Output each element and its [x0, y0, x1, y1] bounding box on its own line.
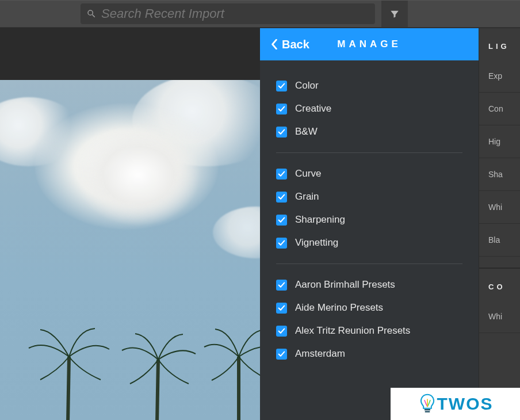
preset-group: Aaron Brimhall Presets Aide Merino Prese… [276, 270, 462, 369]
manage-panel-header: Back MANAGE [260, 28, 479, 60]
check-icon [278, 327, 285, 335]
funnel-icon [389, 9, 400, 19]
edit-sidebar: LIG Exp Con Hig Sha Whi Bla CO Whi [479, 28, 520, 420]
checkbox-label: Color [295, 80, 319, 91]
watermark-badge: TWOS [391, 388, 520, 420]
preset-checkbox-row[interactable]: B&W [276, 120, 462, 143]
check-icon [278, 105, 285, 113]
check-icon [278, 239, 285, 247]
checkbox-checked[interactable] [276, 215, 287, 226]
svg-line-1 [157, 360, 158, 420]
slider-row[interactable]: Whi [479, 300, 520, 333]
check-icon [278, 216, 285, 224]
preset-checkbox-row[interactable]: Vignetting [276, 231, 462, 254]
main-area: Back MANAGE Color Creative B&W [0, 28, 520, 420]
preset-checkbox-row[interactable]: Color [276, 74, 462, 97]
preset-checkbox-row[interactable]: Alex Tritz Reunion Presets [276, 319, 462, 342]
edit-section-title-light[interactable]: LIG [479, 28, 520, 60]
preset-checkbox-row[interactable]: Aaron Brimhall Presets [276, 273, 462, 296]
search-field[interactable] [81, 3, 375, 24]
manage-panel-body[interactable]: Color Creative B&W Curve [260, 60, 479, 420]
canvas-area [0, 28, 260, 420]
slider-row[interactable]: Con [479, 93, 520, 125]
checkbox-checked[interactable] [276, 81, 287, 91]
preset-checkbox-row[interactable]: Amsterdam [276, 342, 462, 365]
preset-checkbox-row[interactable]: Sharpening [276, 208, 462, 231]
preset-group: Color Creative B&W [276, 71, 462, 147]
checkbox-label: B&W [295, 126, 318, 138]
check-icon [278, 82, 285, 90]
checkbox-label: Creative [295, 103, 331, 114]
check-icon [278, 170, 285, 178]
palm-tree [115, 331, 201, 420]
checkbox-label: Grain [295, 191, 319, 203]
checkbox-checked[interactable] [276, 303, 287, 314]
watermark-text: TWOS [437, 394, 494, 414]
checkbox-checked[interactable] [276, 169, 287, 180]
check-icon [278, 128, 285, 136]
back-button[interactable]: Back [270, 38, 309, 51]
divider [276, 264, 462, 264]
slider-row[interactable]: Sha [479, 158, 520, 191]
preset-checkbox-row[interactable]: Curve [276, 162, 462, 185]
checkbox-label: Aide Merino Presets [295, 302, 383, 314]
preset-group: Curve Grain Sharpening Vignetting [276, 159, 462, 258]
top-toolbar [0, 0, 520, 28]
checkbox-checked[interactable] [276, 238, 287, 249]
checkbox-checked[interactable] [276, 192, 287, 203]
checkbox-checked[interactable] [276, 349, 287, 360]
divider [276, 152, 462, 153]
photo-preview[interactable] [0, 80, 260, 420]
palm-tree [23, 325, 115, 420]
preset-checkbox-row[interactable]: Creative [276, 97, 462, 120]
svg-line-0 [68, 357, 69, 420]
lightbulb-icon [418, 393, 437, 415]
edit-section-title-color[interactable]: CO [479, 268, 520, 300]
chevron-left-icon [270, 39, 278, 49]
checkbox-label: Curve [295, 168, 321, 180]
back-label: Back [282, 38, 309, 51]
slider-row[interactable]: Hig [479, 125, 520, 158]
checkbox-checked[interactable] [276, 326, 287, 337]
preset-checkbox-row[interactable]: Grain [276, 185, 462, 208]
search-input[interactable] [97, 6, 375, 22]
checkbox-label: Alex Tritz Reunion Presets [295, 325, 410, 337]
cloud [75, 123, 201, 227]
checkbox-checked[interactable] [276, 280, 287, 291]
section-gap [479, 257, 520, 268]
check-icon [278, 193, 285, 201]
search-icon [86, 9, 97, 19]
filter-button[interactable] [381, 1, 408, 27]
slider-row[interactable]: Bla [479, 224, 520, 257]
slider-row[interactable]: Whi [479, 191, 520, 224]
check-icon [278, 350, 285, 358]
checkbox-label: Aaron Brimhall Presets [295, 279, 395, 291]
checkbox-label: Amsterdam [295, 348, 345, 360]
checkbox-label: Vignetting [295, 237, 338, 249]
checkbox-checked[interactable] [276, 104, 287, 114]
palm-tree [196, 325, 260, 420]
check-icon [278, 281, 285, 289]
preset-checkbox-row[interactable]: Aide Merino Presets [276, 296, 462, 319]
checkbox-checked[interactable] [276, 127, 287, 138]
check-icon [278, 304, 285, 312]
checkbox-label: Sharpening [295, 214, 345, 226]
slider-row[interactable]: Exp [479, 60, 520, 93]
toolbar-right [381, 1, 520, 27]
manage-panel: Back MANAGE Color Creative B&W [260, 28, 479, 420]
